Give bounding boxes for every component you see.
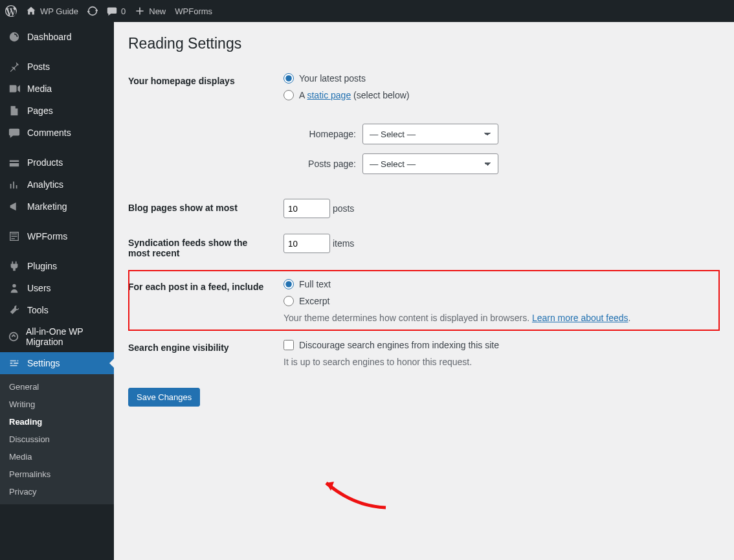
submenu-media[interactable]: Media: [0, 448, 114, 465]
sidebar-item-media[interactable]: Media: [0, 78, 114, 100]
svg-point-1: [10, 333, 18, 341]
sidebar-item-settings[interactable]: Settings: [0, 352, 114, 374]
user-icon: [8, 282, 21, 294]
search-visibility-help: It is up to search engines to honor this…: [284, 357, 713, 367]
plugin-icon: [8, 260, 21, 272]
sidebar-item-label: Analytics: [27, 179, 63, 190]
feed-include-label: For each post in a feed, include: [128, 270, 277, 331]
learn-more-feeds-link[interactable]: Learn more about feeds: [532, 313, 628, 323]
megaphone-icon: [8, 201, 21, 212]
comment-icon: [107, 6, 117, 16]
postspage-select-label: Posts page:: [295, 159, 356, 169]
feed-help-text: Your theme determines how content is dis…: [284, 313, 713, 323]
sidebar-item-tools[interactable]: Tools: [0, 299, 114, 321]
sidebar-item-products[interactable]: Products: [0, 151, 114, 174]
sidebar-item-wpforms[interactable]: WPForms: [0, 225, 114, 247]
page-title: Reading Settings: [128, 28, 720, 64]
sidebar-item-label: Tools: [27, 305, 49, 315]
site-name-link[interactable]: WP Guide: [26, 6, 78, 16]
sidebar-item-label: Comments: [27, 128, 71, 138]
submenu-writing[interactable]: Writing: [0, 396, 114, 413]
sidebar-item-label: Plugins: [27, 261, 57, 271]
products-icon: [8, 157, 21, 168]
sidebar-item-dashboard[interactable]: Dashboard: [0, 26, 114, 48]
homepage-select[interactable]: — Select —: [362, 124, 498, 144]
wordpress-icon: [5, 5, 17, 17]
radio-input[interactable]: [284, 90, 294, 100]
sidebar-item-comments[interactable]: Comments: [0, 122, 114, 144]
sidebar-item-analytics[interactable]: Analytics: [0, 174, 114, 196]
comment-icon: [8, 127, 21, 139]
radio-label: Your latest posts: [299, 73, 366, 84]
page-icon: [8, 105, 21, 117]
wp-logo[interactable]: [5, 5, 17, 17]
admin-sidebar: Dashboard Posts Media Pages Comments Pro…: [0, 22, 114, 560]
settings-submenu: General Writing Reading Discussion Media…: [0, 374, 114, 504]
annotation-arrow-icon: [315, 475, 392, 514]
blog-pages-label: Blog pages show at most: [128, 191, 277, 226]
sidebar-item-label: Posts: [27, 62, 50, 72]
blog-pages-unit: posts: [333, 203, 354, 214]
sidebar-item-label: WPForms: [27, 231, 67, 241]
admin-bar: WP Guide 0 New WPForms: [0, 0, 734, 22]
comments-count-link[interactable]: 0: [107, 6, 126, 16]
dashboard-icon: [8, 31, 21, 43]
sidebar-item-users[interactable]: Users: [0, 277, 114, 299]
home-icon: [26, 6, 36, 16]
submenu-permalinks[interactable]: Permalinks: [0, 465, 114, 483]
feed-fulltext-radio[interactable]: Full text: [284, 279, 713, 289]
sidebar-item-label: Settings: [27, 358, 60, 368]
save-changes-button[interactable]: Save Changes: [128, 388, 200, 407]
sidebar-item-label: Pages: [27, 106, 53, 116]
media-icon: [8, 83, 21, 95]
sidebar-item-label: Media: [27, 84, 52, 94]
submenu-reading[interactable]: Reading: [0, 413, 114, 431]
discourage-checkbox[interactable]: Discourage search engines from indexing …: [284, 340, 713, 350]
sidebar-item-pages[interactable]: Pages: [0, 100, 114, 122]
form-icon: [8, 230, 21, 242]
wrench-icon: [8, 304, 21, 316]
homepage-select-label: Homepage:: [295, 129, 356, 139]
wpforms-topbar-link[interactable]: WPForms: [175, 6, 212, 16]
sidebar-item-label: All-in-One WP Migration: [26, 326, 107, 347]
radio-input[interactable]: [284, 296, 294, 306]
pin-icon: [8, 61, 21, 73]
sidebar-item-label: Users: [27, 283, 51, 293]
sidebar-item-marketing[interactable]: Marketing: [0, 196, 114, 218]
radio-input[interactable]: [284, 73, 294, 84]
sidebar-item-label: Marketing: [27, 201, 67, 212]
updates-link[interactable]: [87, 6, 98, 16]
new-content-link[interactable]: New: [135, 6, 166, 16]
sidebar-item-label: Products: [27, 157, 63, 168]
radio-input[interactable]: [284, 279, 294, 289]
homepage-displays-label: Your homepage displays: [128, 64, 277, 191]
refresh-icon: [87, 6, 98, 16]
sidebar-item-posts[interactable]: Posts: [0, 56, 114, 78]
new-label: New: [149, 6, 166, 16]
homepage-static-radio[interactable]: A static page (select below): [284, 90, 713, 100]
sidebar-item-migration[interactable]: All-in-One WP Migration: [0, 321, 114, 352]
radio-label: Excerpt: [299, 296, 329, 306]
svg-point-0: [12, 284, 16, 287]
static-page-link[interactable]: static page: [307, 90, 351, 100]
migration-icon: [8, 331, 19, 342]
search-visibility-label: Search engine visibility: [128, 331, 277, 375]
syndication-input[interactable]: [284, 234, 330, 253]
postspage-select[interactable]: — Select —: [362, 153, 498, 174]
checkbox-input[interactable]: [284, 340, 294, 350]
site-name-label: WP Guide: [40, 6, 78, 16]
homepage-latest-radio[interactable]: Your latest posts: [284, 73, 713, 84]
plus-icon: [135, 6, 145, 16]
blog-pages-input[interactable]: [284, 199, 330, 218]
sliders-icon: [8, 357, 21, 369]
submenu-general[interactable]: General: [0, 378, 114, 396]
feed-excerpt-radio[interactable]: Excerpt: [284, 296, 713, 306]
submenu-privacy[interactable]: Privacy: [0, 483, 114, 500]
checkbox-label: Discourage search engines from indexing …: [299, 340, 499, 350]
syndication-unit: items: [333, 238, 354, 249]
sidebar-item-plugins[interactable]: Plugins: [0, 255, 114, 277]
submenu-discussion[interactable]: Discussion: [0, 431, 114, 448]
radio-label: A static page (select below): [299, 90, 409, 100]
main-content: Reading Settings Your homepage displays …: [114, 22, 734, 560]
comments-count-label: 0: [121, 6, 126, 16]
